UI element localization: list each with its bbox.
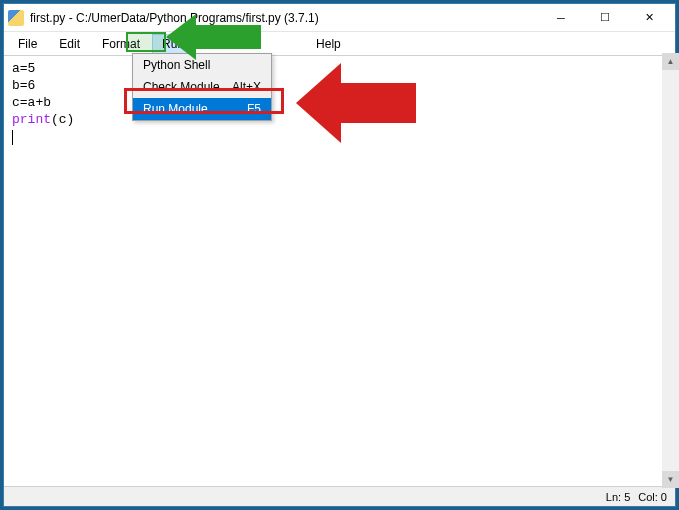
statusbar: Ln: 5 Col: 0 xyxy=(4,486,675,506)
run-dropdown: Python Shell Check Module Alt+X Run Modu… xyxy=(132,53,272,121)
minimize-button[interactable]: ─ xyxy=(539,4,583,32)
code-line-4: print(c) xyxy=(12,111,667,128)
maximize-button[interactable]: ☐ xyxy=(583,4,627,32)
code-line-2: b=6 xyxy=(12,77,667,94)
menu-help[interactable]: Help xyxy=(306,34,351,54)
window-title: first.py - C:/UmerData/Python Programs/f… xyxy=(30,11,539,25)
code-line-5 xyxy=(12,128,667,145)
status-col: Col: 0 xyxy=(638,491,667,503)
code-editor[interactable]: a=5 b=6 c=a+b print(c) xyxy=(4,56,675,486)
menu-format[interactable]: Format xyxy=(92,34,150,54)
menubar: File Edit Format Run Help xyxy=(4,32,675,56)
vertical-scrollbar[interactable]: ▲ ▼ xyxy=(662,53,679,488)
text-cursor xyxy=(12,130,13,145)
dropdown-check-module[interactable]: Check Module Alt+X xyxy=(133,76,271,98)
menu-run[interactable]: Run xyxy=(152,34,194,54)
window-controls: ─ ☐ ✕ xyxy=(539,4,671,32)
scroll-up-icon[interactable]: ▲ xyxy=(662,53,679,70)
scroll-down-icon[interactable]: ▼ xyxy=(662,471,679,488)
menu-edit[interactable]: Edit xyxy=(49,34,90,54)
close-button[interactable]: ✕ xyxy=(627,4,671,32)
keyword-print: print xyxy=(12,112,51,127)
code-line-3: c=a+b xyxy=(12,94,667,111)
menu-file[interactable]: File xyxy=(8,34,47,54)
status-line: Ln: 5 xyxy=(606,491,630,503)
dropdown-python-shell[interactable]: Python Shell xyxy=(133,54,271,76)
dropdown-run-module[interactable]: Run Module F5 xyxy=(133,98,271,120)
python-icon xyxy=(8,10,24,26)
idle-window: first.py - C:/UmerData/Python Programs/f… xyxy=(3,3,676,507)
code-line-1: a=5 xyxy=(12,60,667,77)
titlebar: first.py - C:/UmerData/Python Programs/f… xyxy=(4,4,675,32)
